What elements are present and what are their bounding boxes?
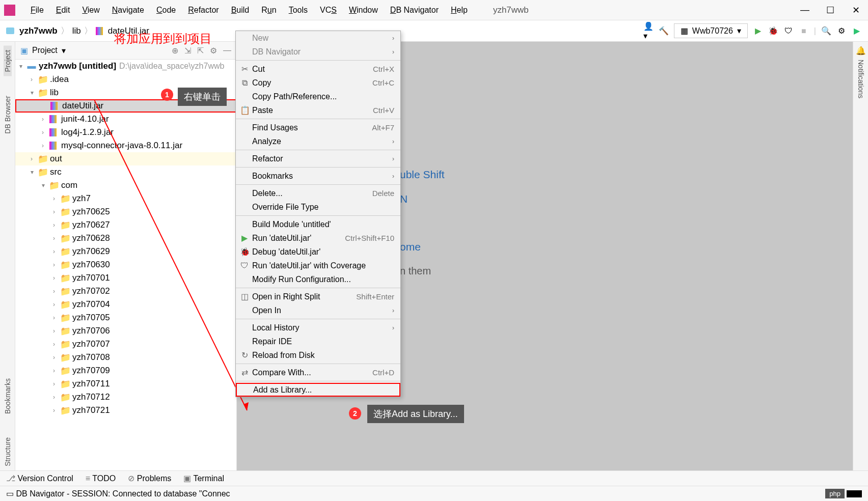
menu-window[interactable]: Window [344, 4, 383, 17]
menu-code[interactable]: Code [151, 4, 181, 17]
cm-override-file-type[interactable]: Override File Type [236, 200, 400, 214]
cm-paste[interactable]: 📋PasteCtrl+V [236, 103, 400, 117]
cm-find-usages[interactable]: Find UsagesAlt+F7 [236, 121, 400, 134]
cm-refactor[interactable]: Refactor› [236, 152, 400, 165]
left-tool-strip: Project DB Browser Bookmarks Structure [0, 42, 15, 470]
project-name: yzh7wwb [493, 5, 529, 15]
cm-copy-path-reference-[interactable]: Copy Path/Reference... [236, 90, 400, 103]
cm-run-dateutil-jar-[interactable]: ▶Run 'dateUtil.jar'Ctrl+Shift+F10 [236, 231, 400, 245]
maximize-button[interactable]: ☐ [822, 2, 838, 18]
menu-refactor[interactable]: Refactor [183, 4, 224, 17]
bottom-tool-bar: ⎇ Version Control≡ TODO⊘ Problems▣ Termi… [0, 470, 868, 486]
cm-open-in[interactable]: Open In› [236, 303, 400, 317]
bottom-version-control[interactable]: ⎇ Version Control [6, 474, 73, 483]
menu-edit[interactable]: Edit [51, 4, 75, 17]
settings-icon[interactable]: ⚙ [836, 26, 847, 36]
minimize-button[interactable]: — [797, 2, 813, 18]
tooltip-2: 选择Add as Library... [367, 405, 464, 423]
menubar: FileEditViewNavigateCodeRefactorBuildRun… [25, 4, 473, 17]
badge-1: 1 [161, 89, 173, 101]
cm-new[interactable]: New› [236, 31, 400, 45]
dbbrowser-tab[interactable]: DB Browser [4, 92, 12, 138]
cm-cut[interactable]: ✂CutCtrl+X [236, 62, 400, 76]
context-menu: New›DB Navigator›✂CutCtrl+X⧉CopyCtrl+CCo… [235, 31, 401, 397]
progress-bar [847, 490, 862, 497]
cm-run-dateutil-jar-with-coverage[interactable]: 🛡Run 'dateUtil.jar' with Coverage [236, 259, 400, 272]
badge-2: 2 [349, 407, 361, 420]
cm-build-module-untitled-[interactable]: Build Module 'untitled' [236, 217, 400, 231]
coverage-button[interactable]: 🛡 [783, 26, 794, 36]
options-icon[interactable]: ⚙ [210, 46, 217, 55]
menu-build[interactable]: Build [226, 4, 255, 17]
bookmarks-tab[interactable]: Bookmarks [4, 374, 12, 418]
toolbar-right: 👤▾ 🔨 ▦ Wwb70726 ▾ ▶ 🐞 🛡 ■ | 🔍 ⚙ ▶ [643, 23, 862, 38]
run-button[interactable]: ▶ [753, 26, 763, 36]
bottom-todo[interactable]: ≡ TODO [86, 474, 116, 483]
cm-db-navigator[interactable]: DB Navigator› [236, 45, 400, 59]
collapse-icon[interactable]: ⇱ [197, 46, 204, 55]
user-icon[interactable]: 👤▾ [643, 26, 654, 36]
cm-local-history[interactable]: Local History› [236, 321, 400, 335]
cm-open-in-right-split[interactable]: ◫Open in Right SplitShift+Enter [236, 290, 400, 303]
bottom-problems[interactable]: ⊘ Problems [128, 474, 171, 483]
grid-icon: ▦ [681, 26, 688, 36]
menu-file[interactable]: File [25, 4, 49, 17]
menu-view[interactable]: View [77, 4, 104, 17]
cm-delete-[interactable]: Delete...Delete [236, 186, 400, 200]
cm-add-as-library-[interactable]: Add as Library... [236, 383, 400, 397]
menu-navigate[interactable]: Navigate [107, 4, 149, 17]
annotation-text: 将加应用到到项目 [114, 31, 212, 47]
annotation-arrow [94, 100, 252, 415]
welcome-hints: uble Shift N ome n them [400, 156, 445, 289]
project-tab[interactable]: Project [4, 46, 12, 76]
php-badge: php [825, 489, 845, 498]
hammer-icon[interactable]: 🔨 [659, 26, 669, 36]
cm-bookmarks[interactable]: Bookmarks› [236, 169, 400, 183]
expand-icon[interactable]: ⇲ [184, 46, 191, 55]
locate-icon[interactable]: ⊕ [172, 46, 178, 55]
run-config-selector[interactable]: ▦ Wwb70726 ▾ [674, 23, 748, 38]
module-icon [6, 27, 14, 34]
jar-icon [96, 27, 103, 35]
status-bar: ▭ DB Navigator - SESSION: Connected to d… [0, 486, 868, 501]
cm-reload-from-disk[interactable]: ↻Reload from Disk [236, 348, 400, 362]
menu-help[interactable]: Help [446, 4, 473, 17]
hide-icon[interactable]: — [223, 46, 231, 55]
titlebar: FileEditViewNavigateCodeRefactorBuildRun… [0, 0, 868, 20]
tree-item[interactable]: ›📁.idea [15, 73, 236, 86]
app-icon [4, 5, 15, 16]
cm-copy[interactable]: ⧉CopyCtrl+C [236, 76, 400, 90]
menu-vcs[interactable]: VCS [315, 4, 342, 17]
close-button[interactable]: ✕ [848, 2, 864, 18]
status-icon: ▭ [6, 489, 14, 498]
cm-modify-run-configuration-[interactable]: Modify Run Configuration... [236, 272, 400, 286]
bell-icon[interactable]: 🔔 [856, 46, 866, 55]
debug-button[interactable]: 🐞 [768, 26, 778, 36]
ide-icon[interactable]: ▶ [852, 26, 862, 36]
menu-db navigator[interactable]: DB Navigator [385, 4, 444, 17]
tooltip-1: 右键单击 [178, 88, 227, 106]
svg-line-0 [94, 100, 247, 410]
stop-button[interactable]: ■ [799, 26, 809, 36]
notifications-tab[interactable]: Notifications [857, 55, 865, 102]
right-tool-strip: 🔔 Notifications [853, 42, 868, 470]
cm-compare-with-[interactable]: ⇄Compare With...Ctrl+D [236, 366, 400, 379]
menu-tools[interactable]: Tools [284, 4, 313, 17]
project-icon: ▣ [20, 46, 28, 55]
cm-analyze[interactable]: Analyze› [236, 134, 400, 148]
window-controls: — ☐ ✕ [797, 2, 864, 18]
tree-item[interactable]: ▾▬yzh7wwb [untitled]D:\java\idea_space\y… [15, 60, 236, 73]
cm-repair-ide[interactable]: Repair IDE [236, 335, 400, 348]
cm-debug-dateutil-jar-[interactable]: 🐞Debug 'dateUtil.jar' [236, 245, 400, 259]
menu-run[interactable]: Run [256, 4, 281, 17]
structure-tab[interactable]: Structure [4, 433, 12, 470]
search-icon[interactable]: 🔍 [821, 26, 831, 36]
bottom-terminal[interactable]: ▣ Terminal [183, 474, 224, 483]
